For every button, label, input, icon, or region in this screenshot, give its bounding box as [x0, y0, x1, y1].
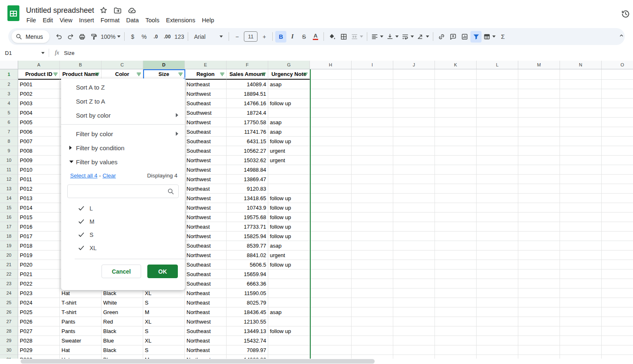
- cell[interactable]: [310, 279, 352, 288]
- sort-z-to-a-item[interactable]: Sort Z to A: [61, 94, 185, 108]
- cell[interactable]: P010: [18, 165, 60, 175]
- borders-button[interactable]: [338, 31, 349, 43]
- cell[interactable]: follow up: [268, 99, 310, 108]
- number-format-button[interactable]: 123: [173, 31, 185, 43]
- cell[interactable]: [560, 80, 602, 89]
- cell[interactable]: [352, 317, 393, 326]
- cell[interactable]: [352, 99, 393, 108]
- row-header-30[interactable]: 30: [0, 345, 18, 355]
- cell[interactable]: [393, 165, 435, 175]
- cell[interactable]: [393, 194, 435, 203]
- cell[interactable]: asap: [268, 80, 310, 89]
- cell[interactable]: P029: [18, 345, 60, 355]
- cell[interactable]: P003: [18, 99, 60, 108]
- cell[interactable]: [602, 194, 633, 203]
- column-header-I[interactable]: I: [352, 61, 393, 69]
- cell[interactable]: P016: [18, 222, 60, 232]
- cell[interactable]: [310, 298, 352, 307]
- cell[interactable]: Northwest: [185, 165, 227, 175]
- cell[interactable]: [560, 251, 602, 260]
- cell[interactable]: [310, 156, 352, 165]
- filter-search-input[interactable]: [68, 185, 178, 198]
- column-header-J[interactable]: J: [393, 61, 435, 69]
- cell[interactable]: [268, 175, 310, 184]
- move-to-folder-icon[interactable]: [113, 6, 122, 15]
- cell[interactable]: P028: [18, 336, 60, 345]
- cell[interactable]: Northwest: [185, 175, 227, 184]
- cell[interactable]: [602, 241, 633, 251]
- cell[interactable]: [310, 269, 352, 279]
- cell[interactable]: [352, 269, 393, 279]
- cell[interactable]: 18894.51: [227, 89, 268, 99]
- cell[interactable]: [560, 89, 602, 99]
- cell[interactable]: [310, 194, 352, 203]
- row-header-29[interactable]: 29: [0, 336, 18, 345]
- cell[interactable]: [393, 222, 435, 232]
- cell[interactable]: [435, 232, 477, 241]
- cell[interactable]: [352, 336, 393, 345]
- cell[interactable]: P019: [18, 251, 60, 260]
- document-title[interactable]: Untitled spreadsheet: [26, 6, 94, 15]
- cell[interactable]: 17733.71: [227, 222, 268, 232]
- cell[interactable]: P014: [18, 203, 60, 213]
- cell[interactable]: 13869.47: [227, 175, 268, 184]
- cell[interactable]: [268, 279, 310, 288]
- cell[interactable]: [602, 251, 633, 260]
- column-header-D[interactable]: D: [143, 61, 185, 69]
- cell[interactable]: 14089.4: [227, 80, 268, 89]
- cell[interactable]: [352, 89, 393, 99]
- increase-font-size-button[interactable]: +: [259, 31, 270, 43]
- cell[interactable]: [310, 99, 352, 108]
- cell[interactable]: [602, 317, 633, 326]
- cell[interactable]: [393, 175, 435, 184]
- cell[interactable]: P008: [18, 146, 60, 156]
- cell[interactable]: [435, 279, 477, 288]
- row-header-14[interactable]: 14: [0, 194, 18, 203]
- cell[interactable]: P001: [18, 80, 60, 89]
- cell[interactable]: [393, 184, 435, 194]
- cell[interactable]: T-shirt: [60, 307, 102, 317]
- cell[interactable]: [477, 222, 518, 232]
- star-icon[interactable]: [99, 6, 108, 15]
- cell[interactable]: [393, 241, 435, 251]
- header-cell-empty[interactable]: [393, 69, 435, 80]
- cell[interactable]: follow up: [268, 232, 310, 241]
- cell[interactable]: [352, 288, 393, 298]
- cell[interactable]: [518, 213, 560, 222]
- cell[interactable]: P025: [18, 307, 60, 317]
- column-header-A[interactable]: A: [18, 61, 60, 69]
- cell[interactable]: [352, 260, 393, 269]
- cell[interactable]: [352, 108, 393, 118]
- header-cell-empty[interactable]: [477, 69, 518, 80]
- cell[interactable]: [518, 165, 560, 175]
- redo-button[interactable]: [65, 31, 76, 43]
- cell[interactable]: Northwest: [185, 317, 227, 326]
- cell[interactable]: P011: [18, 175, 60, 184]
- cell[interactable]: [352, 175, 393, 184]
- print-button[interactable]: [76, 31, 87, 43]
- cell[interactable]: [477, 317, 518, 326]
- row-header-23[interactable]: 23: [0, 279, 18, 288]
- cell[interactable]: Black: [102, 326, 143, 336]
- filter-value-XL[interactable]: XL: [61, 241, 185, 255]
- row-header-18[interactable]: 18: [0, 232, 18, 241]
- row-header-19[interactable]: 19: [0, 241, 18, 251]
- cell[interactable]: [477, 213, 518, 222]
- cell[interactable]: [560, 175, 602, 184]
- cell[interactable]: XL: [143, 336, 185, 345]
- cell[interactable]: 8539.77: [227, 241, 268, 251]
- header-cell-empty[interactable]: [518, 69, 560, 80]
- cell[interactable]: [268, 288, 310, 298]
- cell[interactable]: [518, 307, 560, 317]
- cell[interactable]: [477, 298, 518, 307]
- vertical-align-button[interactable]: [385, 31, 400, 43]
- cell[interactable]: 6431.15: [227, 137, 268, 146]
- row-header-3[interactable]: 3: [0, 89, 18, 99]
- cell[interactable]: Northwest: [185, 194, 227, 203]
- decrease-font-size-button[interactable]: −: [231, 31, 243, 43]
- cell[interactable]: [477, 307, 518, 317]
- cell[interactable]: [310, 118, 352, 127]
- cell[interactable]: Southwest: [185, 108, 227, 118]
- cell[interactable]: P024: [18, 298, 60, 307]
- cell[interactable]: [560, 165, 602, 175]
